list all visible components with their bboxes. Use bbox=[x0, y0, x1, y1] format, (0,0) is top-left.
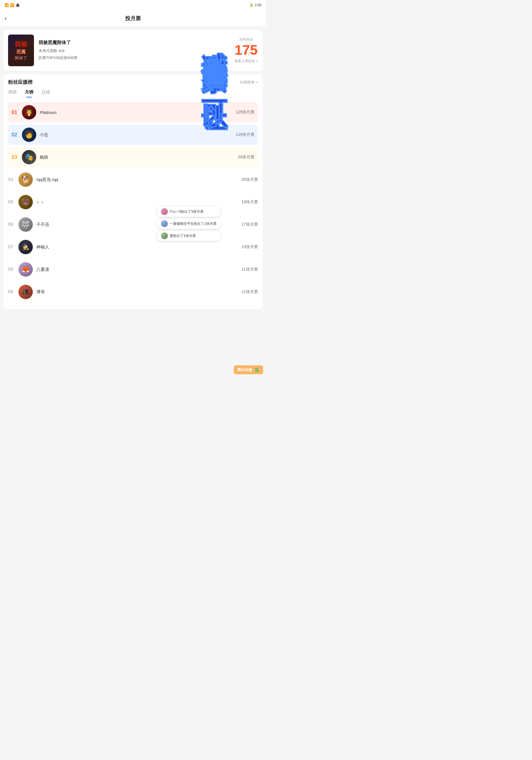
main-content: 我被 恶魔 附体了 我被恶魔附体了 本周月票数 494 距离TOP100还差60… bbox=[0, 30, 266, 309]
rank-number-6: 06 bbox=[8, 222, 19, 227]
back-button[interactable]: ‹ bbox=[5, 15, 7, 22]
rank-link[interactable]: 查看上周排名 > bbox=[234, 59, 258, 64]
avatar-2: 🧑 bbox=[22, 127, 36, 142]
notification-2: 一蓑烟雨任平生投出了1张月票 bbox=[157, 218, 220, 229]
page-title: 投月票 bbox=[125, 15, 141, 22]
avatar-8: 🦊 bbox=[19, 262, 33, 277]
rank-votes-5: 19张月票 bbox=[241, 200, 258, 205]
avatar-4: 🐕 bbox=[19, 172, 33, 187]
rank-item-9: 09 🎩 博哥 11张月票 bbox=[8, 282, 258, 302]
rank-name-8: 八重凛 bbox=[36, 267, 241, 272]
avatar-9: 🎩 bbox=[19, 285, 33, 299]
time-display: 2:00 bbox=[255, 3, 262, 7]
book-rank-box: 实时排名 175 查看上周排名 > bbox=[234, 37, 258, 64]
signal-icon: 📶 bbox=[5, 3, 9, 7]
rank-votes-8: 11张月票 bbox=[241, 267, 258, 272]
avatar-1: 🧛 bbox=[22, 105, 36, 119]
rank-number-8: 08 bbox=[8, 267, 19, 272]
notif-avatar-3 bbox=[161, 232, 168, 239]
book-card: 我被 恶魔 附体了 我被恶魔附体了 本周月票数 494 距离TOP100还差60… bbox=[3, 30, 263, 71]
rank-item-2: 02 🧑 小志 119张月票 bbox=[8, 125, 258, 145]
tab-monthly[interactable]: 月榜 bbox=[25, 89, 33, 97]
rank-name-7: 神秘人 bbox=[36, 244, 241, 250]
book-cover: 我被 恶魔 附体了 bbox=[8, 34, 34, 66]
rank-number-7: 07 bbox=[8, 244, 19, 250]
status-bar: 📶 🛜 🎩 🔋 2:00 bbox=[0, 0, 266, 10]
notif-avatar-2 bbox=[161, 220, 168, 227]
rank-number-5: 05 bbox=[8, 200, 19, 205]
rank-name-9: 博哥 bbox=[36, 289, 241, 295]
tab-weekly[interactable]: 周榜 bbox=[8, 89, 17, 97]
watermark: 腾讯动漫 🐉 bbox=[234, 365, 263, 374]
fan-title: 粉丝应援榜 bbox=[8, 79, 32, 85]
book-info: 我被恶魔附体了 本周月票数 494 距离TOP100还差606票 bbox=[39, 40, 230, 61]
rank-votes-3: 20张月票 bbox=[238, 155, 255, 160]
rank-label: 实时排名 bbox=[234, 37, 258, 42]
book-cover-text: 我被 恶魔 附体了 bbox=[14, 39, 28, 62]
rank-votes-9: 11张月票 bbox=[241, 289, 258, 295]
rank-number-4: 04 bbox=[8, 177, 19, 182]
hat-icon: 🎩 bbox=[16, 3, 20, 7]
rank-item-8: 08 🦊 八重凛 11张月票 bbox=[8, 260, 258, 279]
rank-votes-4: 20张月票 bbox=[241, 177, 258, 182]
fan-ranking-section: 粉丝应援榜 往期榜单 > 周榜 月榜 总榜 01 🧛 Platinum bbox=[3, 74, 263, 309]
watermark-text: 腾讯动漫 bbox=[237, 367, 252, 372]
wifi-icon: 🛜 bbox=[10, 3, 14, 7]
book-distance-top100: 距离TOP100还差606票 bbox=[39, 54, 230, 61]
avatar-6: 🐺 bbox=[19, 217, 33, 232]
book-title: 我被恶魔附体了 bbox=[39, 40, 230, 46]
avatar-7: 🕵 bbox=[19, 240, 33, 254]
status-right: 🔋 2:00 bbox=[249, 3, 262, 7]
rank-name-1: Platinum bbox=[40, 110, 236, 115]
rank-votes-2: 119张月票 bbox=[236, 132, 255, 137]
rank-item-1: 01 🧛 Platinum 125张月票 bbox=[8, 102, 258, 122]
rank-list: 01 🧛 Platinum 125张月票 02 🧑 小志 119张月票 03 bbox=[8, 102, 258, 302]
tab-bar: 周榜 月榜 总榜 bbox=[8, 89, 258, 98]
rank-votes-6: 17张月票 bbox=[241, 222, 258, 227]
tab-total[interactable]: 总榜 bbox=[41, 89, 50, 97]
rank-item-4: 04 🐕 /qq苏浩./qq 20张月票 bbox=[8, 169, 258, 190]
avatar-5: 🐻 bbox=[19, 195, 33, 209]
rank-name-5: ♂ ♀ bbox=[36, 200, 241, 205]
rank-number: 175 bbox=[234, 43, 258, 57]
rank-name-3: 杨政 bbox=[40, 155, 238, 160]
status-left: 📶 🛜 🎩 bbox=[5, 3, 20, 7]
battery-icon: 🔋 bbox=[249, 3, 254, 7]
rank-number-3: 03 bbox=[12, 154, 22, 160]
notif-text-2: 一蓑烟雨任平生投出了1张月票 bbox=[169, 221, 217, 226]
rank-number-2: 02 bbox=[12, 132, 22, 138]
rank-name-4: /qq苏浩./qq bbox=[36, 177, 241, 182]
avatar-3: 🎭 bbox=[22, 150, 36, 165]
notif-text-1: J°ω☆S投出了5张月票 bbox=[169, 209, 204, 214]
page-header: ‹ 投月票 bbox=[0, 10, 266, 26]
rank-votes-1: 125张月票 bbox=[236, 110, 255, 115]
rank-number-1: 01 bbox=[12, 109, 22, 116]
rank-name-2: 小志 bbox=[40, 132, 236, 138]
rank-number-9: 09 bbox=[8, 289, 19, 295]
notif-avatar-1 bbox=[161, 208, 168, 215]
fan-header: 粉丝应援榜 往期榜单 > bbox=[8, 79, 258, 85]
rank-item-3: 03 🎭 杨政 20张月票 bbox=[8, 147, 258, 167]
notification-1: J°ω☆S投出了5张月票 bbox=[157, 207, 220, 217]
rank-row-6-container: 06 🐺 子不语 17张月票 J°ω☆S投出了5张月票 一蓑烟雨任平 bbox=[8, 214, 258, 235]
book-weekly-tickets: 本周月票数 494 bbox=[39, 48, 230, 54]
rank-votes-7: 13张月票 bbox=[241, 244, 258, 250]
notification-3: 鹿投出了1张月票 bbox=[157, 231, 220, 241]
notif-text-3: 鹿投出了1张月票 bbox=[169, 233, 196, 238]
fan-history-link[interactable]: 往期榜单 > bbox=[240, 80, 258, 85]
